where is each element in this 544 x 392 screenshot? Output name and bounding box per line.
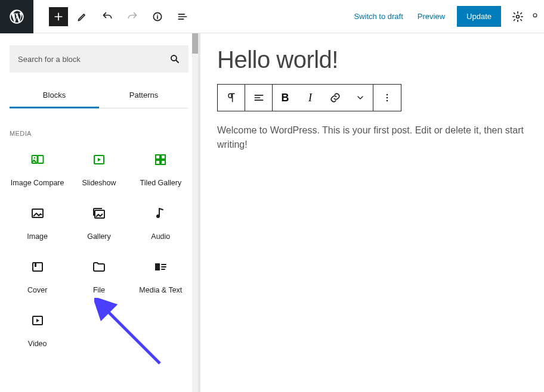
italic-icon: I	[308, 92, 312, 104]
paragraph-icon	[225, 92, 237, 104]
media-text-icon	[153, 260, 168, 274]
svg-rect-17	[35, 263, 36, 267]
block-label: Image	[27, 232, 48, 241]
toolbar-italic[interactable]: I	[298, 85, 323, 111]
video-icon	[30, 313, 45, 328]
pencil-icon	[76, 11, 88, 23]
pin-icon	[531, 11, 539, 23]
update-button[interactable]: Update	[457, 6, 501, 27]
svg-rect-12	[161, 160, 165, 164]
file-icon	[92, 260, 106, 274]
svg-point-1	[157, 14, 158, 15]
block-label: Audio	[151, 232, 170, 241]
sidebar-scrollbar-thumb[interactable]	[192, 33, 198, 54]
block-search[interactable]	[10, 45, 188, 73]
block-label: Cover	[27, 286, 47, 294]
outline-button[interactable]	[172, 6, 193, 27]
search-icon	[169, 54, 180, 64]
bold-icon: B	[282, 92, 289, 104]
block-cover[interactable]: Cover	[10, 259, 65, 294]
tiled-gallery-icon	[153, 153, 168, 167]
list-icon	[177, 11, 188, 23]
toolbar-options[interactable]	[373, 85, 401, 111]
toolbar-format-group: B I	[273, 85, 373, 111]
block-gallery[interactable]: Gallery	[71, 205, 126, 241]
block-slideshow[interactable]: Slideshow	[71, 151, 126, 187]
undo-icon	[101, 11, 113, 23]
block-file[interactable]: File	[71, 259, 126, 294]
wordpress-logo[interactable]	[0, 0, 33, 33]
svg-point-21	[387, 97, 388, 99]
block-inserter-panel: Blocks Patterns MEDIA Image Compare Slid…	[0, 33, 198, 392]
gallery-icon	[92, 206, 106, 220]
block-video[interactable]: Video	[10, 312, 65, 348]
details-button[interactable]	[147, 6, 168, 27]
body-wrap: Blocks Patterns MEDIA Image Compare Slid…	[0, 33, 544, 392]
block-toolbar: B I	[217, 84, 401, 111]
gear-icon	[512, 11, 524, 23]
block-image-compare[interactable]: Image Compare	[10, 151, 65, 187]
post-title[interactable]: Hello world!	[217, 46, 527, 73]
editor-canvas[interactable]: Hello world! B I Welcome to	[200, 33, 544, 392]
svg-rect-11	[156, 160, 160, 164]
toolbar-bold[interactable]: B	[273, 85, 298, 111]
svg-point-3	[533, 13, 537, 17]
svg-point-15	[156, 214, 160, 218]
redo-icon	[126, 11, 138, 23]
link-icon	[329, 92, 341, 104]
add-block-button[interactable]	[49, 7, 68, 26]
more-vertical-icon	[381, 92, 393, 104]
chevron-down-icon	[356, 93, 365, 102]
toolbar-more-format[interactable]	[348, 85, 373, 111]
svg-rect-16	[33, 263, 42, 271]
redo-button[interactable]	[122, 6, 143, 27]
switch-to-draft-button[interactable]: Switch to draft	[347, 12, 410, 21]
settings-button[interactable]	[507, 6, 528, 27]
svg-rect-18	[155, 263, 160, 270]
block-image[interactable]: Image	[10, 205, 65, 241]
block-label: Tiled Gallery	[140, 179, 181, 187]
block-search-input[interactable]	[18, 55, 169, 64]
edit-tool-button[interactable]	[72, 6, 93, 27]
block-label: Image Compare	[11, 179, 64, 187]
align-icon	[253, 92, 265, 104]
audio-icon	[153, 206, 168, 220]
info-icon	[152, 11, 163, 23]
svg-point-7	[33, 157, 35, 158]
plus-icon	[52, 11, 64, 23]
undo-button[interactable]	[97, 6, 118, 27]
toolbar-block-type[interactable]	[218, 85, 245, 111]
block-label: Media & Text	[139, 286, 182, 294]
section-media-heading: MEDIA	[10, 130, 188, 137]
image-compare-icon	[30, 153, 45, 167]
svg-point-22	[387, 100, 388, 102]
pinned-items-button[interactable]	[531, 6, 539, 27]
image-icon	[30, 206, 45, 220]
wordpress-icon	[8, 8, 25, 25]
svg-point-2	[517, 15, 520, 18]
block-grid: Image Compare Slideshow Tiled Gallery Im	[10, 151, 188, 348]
slideshow-icon	[92, 153, 106, 167]
block-audio[interactable]: Audio	[133, 205, 188, 241]
svg-rect-6	[38, 155, 43, 163]
svg-rect-9	[156, 155, 160, 159]
tab-blocks[interactable]: Blocks	[10, 83, 99, 108]
svg-rect-10	[161, 155, 165, 159]
block-label: Video	[28, 340, 47, 348]
block-label: Slideshow	[82, 179, 116, 187]
post-body[interactable]: Welcome to WordPress. This is your first…	[217, 123, 527, 152]
tab-patterns[interactable]: Patterns	[99, 83, 188, 108]
cover-icon	[30, 260, 45, 274]
sidebar-scrollbar[interactable]	[192, 33, 198, 392]
toolbar-link[interactable]	[323, 85, 348, 111]
block-media-text[interactable]: Media & Text	[133, 259, 188, 294]
top-toolbar: Switch to draft Preview Update	[0, 0, 544, 33]
block-label: File	[93, 286, 105, 294]
inserter-tabs: Blocks Patterns	[10, 83, 188, 108]
preview-button[interactable]: Preview	[410, 12, 452, 21]
toolbar-align[interactable]	[245, 85, 273, 111]
block-tiled-gallery[interactable]: Tiled Gallery	[133, 151, 188, 187]
svg-point-20	[387, 94, 388, 96]
block-label: Gallery	[87, 232, 111, 241]
